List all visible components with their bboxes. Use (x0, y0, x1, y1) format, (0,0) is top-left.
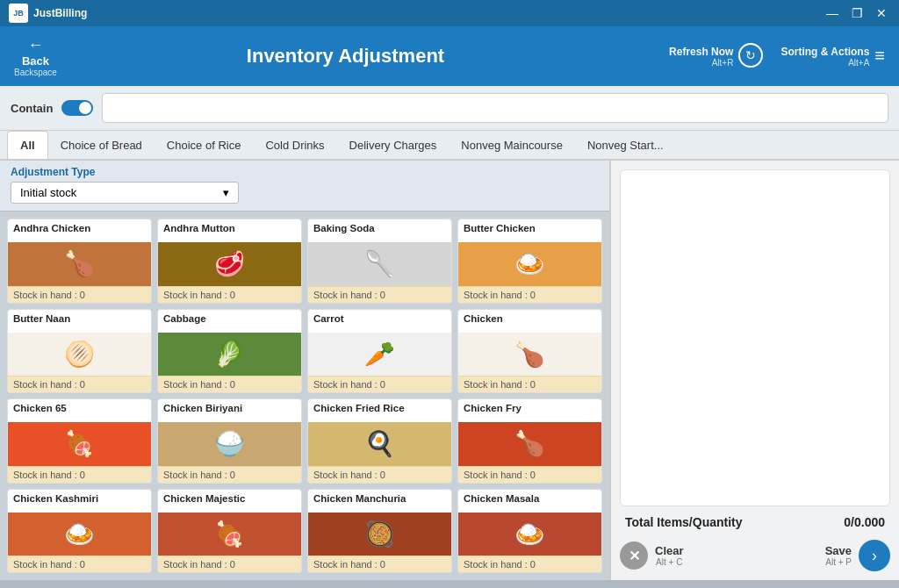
item-card[interactable]: Chicken 65🍖Stock in hand : 0 (7, 398, 152, 484)
item-image: 🥩 (158, 242, 301, 286)
order-area (620, 169, 890, 506)
logo-icon: JB (9, 4, 28, 23)
item-card[interactable]: Carrot🥕Stock in hand : 0 (307, 309, 452, 394)
sorting-shortcut: Alt+A (848, 58, 869, 68)
clear-icon: ✕ (620, 541, 648, 570)
item-stock: Stock in hand : 0 (458, 376, 601, 392)
item-image: 🥕 (308, 333, 451, 376)
item-card[interactable]: Andhra Chicken🍗Stock in hand : 0 (7, 219, 152, 304)
save-label: Save (825, 544, 852, 557)
total-label: Total Items/Quantity (625, 515, 743, 529)
item-card[interactable]: Butter Chicken🍛Stock in hand : 0 (457, 219, 602, 304)
page-title: Inventory Adjustment (75, 45, 616, 68)
item-name: Baking Soda (308, 219, 451, 242)
item-stock: Stock in hand : 0 (308, 376, 451, 392)
item-image: 🫓 (8, 333, 151, 376)
item-name: Chicken Biriyani (158, 399, 301, 422)
item-image: 🍖 (158, 513, 301, 556)
save-text: Save Alt + P (825, 544, 852, 567)
main-layout: Adjustment Type Initial stock ▾ Andhra C… (0, 161, 899, 580)
item-card[interactable]: Chicken🍗Stock in hand : 0 (457, 309, 602, 394)
item-card[interactable]: Butter Naan🫓Stock in hand : 0 (7, 309, 152, 394)
refresh-icon: ↻ (738, 43, 763, 68)
save-button-group: Save Alt + P › (825, 540, 890, 571)
item-stock: Stock in hand : 0 (308, 556, 451, 572)
item-image: 🍛 (458, 242, 601, 286)
refresh-label: Refresh Now (669, 46, 733, 58)
save-shortcut: Alt + P (825, 557, 852, 567)
item-stock: Stock in hand : 0 (8, 466, 151, 483)
sorting-button[interactable]: Sorting & Actions Alt+A ≡ (780, 46, 885, 68)
back-label: Back (22, 54, 49, 68)
tab-rice[interactable]: Choice of Rice (155, 132, 254, 159)
item-card[interactable]: Chicken Fried Rice🍳Stock in hand : 0 (307, 398, 452, 484)
item-name: Chicken Masala (458, 490, 601, 513)
item-card[interactable]: Chicken Manchuria🥘Stock in hand : 0 (307, 489, 452, 574)
item-stock: Stock in hand : 0 (158, 466, 301, 483)
item-name: Chicken Fry (458, 399, 601, 422)
bottom-actions: ✕ Clear Alt + C Save Alt + P › (620, 540, 890, 571)
item-name: Butter Naan (8, 310, 151, 333)
tab-cold[interactable]: Cold Drinks (253, 132, 336, 159)
item-image: 🍖 (8, 422, 151, 466)
item-image: 🥄 (308, 242, 451, 286)
item-card[interactable]: Chicken Masala🍛Stock in hand : 0 (457, 489, 602, 574)
item-stock: Stock in hand : 0 (458, 556, 601, 572)
item-stock: Stock in hand : 0 (8, 376, 151, 392)
item-image: 🍳 (308, 422, 451, 466)
tab-nonveg_start[interactable]: Nonveg Start... (575, 132, 676, 159)
tab-delivery[interactable]: Delivery Charges (337, 132, 450, 159)
item-card[interactable]: Chicken Kashmiri🍛Stock in hand : 0 (7, 489, 152, 574)
adjustment-type-select[interactable]: Initial stock ▾ (11, 182, 239, 204)
item-image: 🍗 (8, 242, 151, 286)
item-name: Chicken Majestic (158, 490, 301, 513)
item-stock: Stock in hand : 0 (308, 286, 451, 303)
item-name: Chicken Fried Rice (308, 399, 451, 422)
item-image: 🍛 (458, 513, 601, 556)
search-input[interactable] (102, 93, 888, 123)
total-value: 0/0.000 (844, 515, 885, 529)
item-card[interactable]: Baking Soda🥄Stock in hand : 0 (307, 219, 452, 304)
restore-button[interactable]: ❐ (848, 4, 866, 22)
item-image: 🍗 (458, 333, 601, 376)
tab-all[interactable]: All (7, 131, 48, 161)
adjustment-type-label: Adjustment Type (11, 166, 599, 178)
clear-shortcut: Alt + C (655, 557, 684, 567)
item-card[interactable]: Chicken Fry🍗Stock in hand : 0 (457, 398, 602, 484)
item-card[interactable]: Andhra Mutton🥩Stock in hand : 0 (157, 219, 302, 304)
items-grid: Andhra Chicken🍗Stock in hand : 0Andhra M… (0, 212, 609, 580)
item-stock: Stock in hand : 0 (158, 376, 301, 392)
back-button[interactable]: ← Back Backspace (14, 36, 57, 77)
tabs-bar: AllChoice of BreadChoice of RiceCold Dri… (0, 131, 899, 161)
close-button[interactable]: ✕ (873, 4, 890, 22)
contain-label: Contain (11, 102, 53, 115)
minimize-button[interactable]: — (823, 4, 841, 22)
right-panel: Total Items/Quantity 0/0.000 ✕ Clear Alt… (609, 161, 899, 580)
refresh-button[interactable]: Refresh Now Alt+R ↻ (669, 43, 763, 69)
header: ← Back Backspace Inventory Adjustment Re… (0, 26, 899, 86)
item-stock: Stock in hand : 0 (158, 556, 301, 572)
header-actions: Refresh Now Alt+R ↻ Sorting & Actions Al… (669, 43, 885, 69)
item-name: Chicken 65 (8, 399, 151, 422)
contain-toggle[interactable] (61, 100, 93, 116)
item-image: 🍗 (458, 422, 601, 466)
total-row: Total Items/Quantity 0/0.000 (620, 506, 890, 534)
item-name: Carrot (308, 310, 451, 333)
tab-bread[interactable]: Choice of Bread (48, 132, 155, 159)
item-stock: Stock in hand : 0 (458, 466, 601, 483)
item-stock: Stock in hand : 0 (158, 286, 301, 303)
item-name: Cabbage (158, 310, 301, 333)
item-card[interactable]: Chicken Majestic🍖Stock in hand : 0 (157, 489, 302, 574)
app-logo: JB JustBilling (9, 4, 87, 23)
adjustment-type-value: Initial stock (20, 186, 76, 199)
tab-nonveg_main[interactable]: Nonveg Maincourse (449, 132, 575, 159)
app-name: JustBilling (33, 7, 87, 19)
save-icon-button[interactable]: › (859, 540, 890, 571)
item-card[interactable]: Cabbage🥬Stock in hand : 0 (157, 309, 302, 394)
item-image: 🥬 (158, 333, 301, 376)
item-card[interactable]: Chicken Biriyani🍚Stock in hand : 0 (157, 398, 302, 484)
searchbar: Contain (0, 86, 899, 131)
sorting-icon: ≡ (874, 46, 885, 66)
clear-button[interactable]: ✕ Clear Alt + C (620, 541, 684, 570)
clear-text: Clear Alt + C (655, 544, 684, 567)
